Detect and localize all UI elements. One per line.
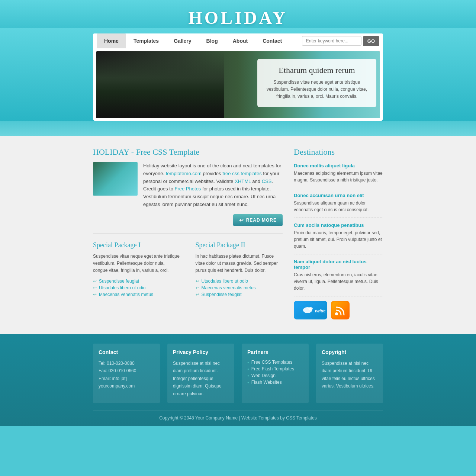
dest-2-title[interactable]: Donec accumsan urna non elit bbox=[294, 193, 383, 198]
footer-privacy: Privacy Policy Suspendisse at nisi nec d… bbox=[167, 344, 234, 403]
footer-copyright-text: Suspendisse at nisi nec diam pretium tin… bbox=[322, 360, 377, 390]
footer: Contact Tel: 010-020-0880 Fax: 020-010-0… bbox=[0, 334, 476, 426]
article-title: HOLIDAY - Free CSS Template bbox=[93, 147, 283, 157]
package-1: Special Package I Suspendisse vitae nequ… bbox=[93, 241, 180, 299]
dest-3-title[interactable]: Cum sociis natoque penatibus bbox=[294, 222, 383, 228]
packages-row: Special Package I Suspendisse vitae nequ… bbox=[93, 241, 283, 299]
article-divider bbox=[93, 234, 283, 234]
nav-contact[interactable]: Contact bbox=[255, 33, 289, 48]
footer-sep1: | bbox=[239, 415, 240, 421]
footer-columns: Contact Tel: 010-020-0880 Fax: 020-010-0… bbox=[93, 344, 383, 403]
svg-point-2 bbox=[308, 307, 313, 310]
dest-3-desc: Proin dui mauris, tempor eget, pulvinar … bbox=[294, 229, 383, 250]
search-button[interactable]: GO bbox=[363, 36, 379, 46]
partner-4[interactable]: Flash Websites bbox=[247, 380, 303, 385]
article-body: Holiday website layout is one of the cle… bbox=[93, 162, 283, 209]
package-1-link-3[interactable]: Maecenas venenatis metus bbox=[93, 292, 180, 297]
package-1-link-1[interactable]: Suspendisse feugiat bbox=[93, 279, 180, 284]
dest-item-1: Donec mollis aliquet ligula Maecenas adi… bbox=[294, 163, 383, 188]
social-icons: twitter bbox=[294, 301, 383, 319]
svg-point-5 bbox=[335, 312, 338, 315]
hero-title: Etharum quidem rerum bbox=[265, 65, 369, 75]
nav-blog[interactable]: Blog bbox=[199, 33, 225, 48]
contact-tel: Tel: 010-020-0880 bbox=[99, 361, 135, 366]
main-content: HOLIDAY - Free CSS Template Holiday webs… bbox=[93, 147, 283, 319]
site-title: HOLIDAY bbox=[0, 7, 476, 28]
free-css-templates-link[interactable]: free css templates bbox=[222, 171, 262, 176]
twitter-icon[interactable]: twitter bbox=[294, 301, 327, 319]
footer-website-templates-link[interactable]: Website Templates bbox=[241, 415, 279, 421]
package-2-link-2[interactable]: Maecenas venenatis metus bbox=[196, 285, 283, 290]
footer-copyright-col: Copyright Suspendisse at nisi nec diam p… bbox=[316, 344, 383, 403]
dest-item-2: Donec accumsan urna non elit Suspendisse… bbox=[294, 193, 383, 218]
footer-privacy-title: Privacy Policy bbox=[173, 349, 229, 355]
footer-partners-title: Partners bbox=[247, 349, 303, 355]
xhtml-link[interactable]: XHTML bbox=[235, 178, 251, 184]
css-link[interactable]: CSS bbox=[262, 178, 272, 184]
package-2-link-3[interactable]: Suspendisse feugiat bbox=[196, 292, 283, 297]
nav-home[interactable]: Home bbox=[97, 33, 126, 48]
package-2: Special Package II In hac habitasse plat… bbox=[196, 241, 283, 299]
dest-item-4: Nam aliquet dolor ac nisl luctus tempor … bbox=[294, 259, 383, 296]
nav-gallery[interactable]: Gallery bbox=[166, 33, 199, 48]
read-more-wrap: READ MORE bbox=[93, 214, 283, 226]
blue-separator bbox=[0, 121, 476, 136]
destinations-title: Destinations bbox=[294, 147, 383, 157]
search-area: GO bbox=[302, 36, 379, 46]
package-divider bbox=[188, 241, 188, 299]
dest-4-title[interactable]: Nam aliquet dolor ac nisl luctus tempor bbox=[294, 259, 383, 270]
svg-rect-4 bbox=[332, 302, 348, 318]
package-1-title: Special Package I bbox=[93, 241, 180, 249]
sidebar: Destinations Donec mollis aliquet ligula… bbox=[294, 147, 383, 319]
footer-company-link[interactable]: Your Company Name bbox=[195, 415, 238, 421]
package-1-desc: Suspendisse vitae neque eget ante tristi… bbox=[93, 253, 180, 274]
footer-contact-text: Tel: 010-020-0880 Fax: 020-010-0660 Emai… bbox=[99, 360, 154, 390]
footer-privacy-text: Suspendisse at nisi nec diam pretium tin… bbox=[173, 360, 229, 398]
dest-1-title[interactable]: Donec mollis aliquet ligula bbox=[294, 163, 383, 168]
footer-by: by bbox=[280, 415, 285, 421]
dest-item-3: Cum sociis natoque penatibus Proin dui m… bbox=[294, 222, 383, 254]
footer-contact-title: Contact bbox=[99, 349, 154, 355]
rss-icon[interactable] bbox=[331, 301, 350, 319]
article-thumbnail bbox=[93, 162, 138, 196]
article-text: Holiday website layout is one of the cle… bbox=[143, 162, 283, 209]
package-1-link-2[interactable]: Utsodales libero ut odio bbox=[93, 285, 180, 290]
footer-css-templates-link[interactable]: CSS Templates bbox=[286, 415, 316, 421]
hero-section: Etharum quidem rerum Suspendisse vitae n… bbox=[93, 48, 383, 121]
search-input[interactable] bbox=[302, 36, 361, 46]
footer-partners-list: Free CSS Templates Free Flash Templates … bbox=[247, 360, 303, 385]
package-2-link-1[interactable]: Utsodales libero ut odio bbox=[196, 279, 283, 284]
partner-3[interactable]: Web Design bbox=[247, 373, 303, 378]
package-2-links: Utsodales libero ut odio Maecenas venena… bbox=[196, 279, 283, 297]
contact-fax: Fax: 020-010-0660 bbox=[99, 368, 136, 373]
package-1-links: Suspendisse feugiat Utsodales libero ut … bbox=[93, 279, 180, 297]
dest-2-desc: Suspendisse aliquam quam ac dolor venena… bbox=[294, 200, 383, 213]
nav-menu: Home Templates Gallery Blog About Contac… bbox=[97, 33, 302, 48]
hero-description: Suspendisse vitae neque eget ante tristi… bbox=[265, 79, 369, 100]
templatemo-link[interactable]: templatemo.com bbox=[166, 171, 202, 176]
dest-4-desc: Cras nisl eros, elementum eu, iaculis vi… bbox=[294, 271, 383, 292]
footer-partners: Partners Free CSS Templates Free Flash T… bbox=[242, 344, 309, 403]
package-2-title: Special Package II bbox=[196, 241, 283, 249]
footer-copyright-title: Copyright bbox=[322, 349, 377, 355]
read-more-button[interactable]: READ MORE bbox=[233, 214, 283, 226]
contact-email: Email: info [at] yourcompany.com bbox=[99, 376, 135, 389]
package-2-desc: In hac habitasse platea dictumst. Fusce … bbox=[196, 253, 283, 274]
hero-text-box: Etharum quidem rerum Suspendisse vitae n… bbox=[257, 59, 376, 107]
dest-1-desc: Maecenas adipiscing elementum ipsum vita… bbox=[294, 170, 383, 183]
hero-image-area: Etharum quidem rerum Suspendisse vitae n… bbox=[96, 51, 380, 118]
footer-bottom: Copyright © 2048 Your Company Name | Web… bbox=[93, 411, 383, 421]
footer-contact: Contact Tel: 010-020-0880 Fax: 020-010-0… bbox=[93, 344, 160, 403]
free-photos-link[interactable]: Free Photos bbox=[175, 186, 201, 192]
nav-about[interactable]: About bbox=[225, 33, 255, 48]
partner-1[interactable]: Free CSS Templates bbox=[247, 360, 303, 365]
svg-text:twitter: twitter bbox=[315, 309, 325, 313]
nav-templates[interactable]: Templates bbox=[126, 33, 166, 48]
partner-2[interactable]: Free Flash Templates bbox=[247, 366, 303, 372]
footer-copyright-text-bottom: Copyright © 2048 bbox=[159, 415, 194, 421]
